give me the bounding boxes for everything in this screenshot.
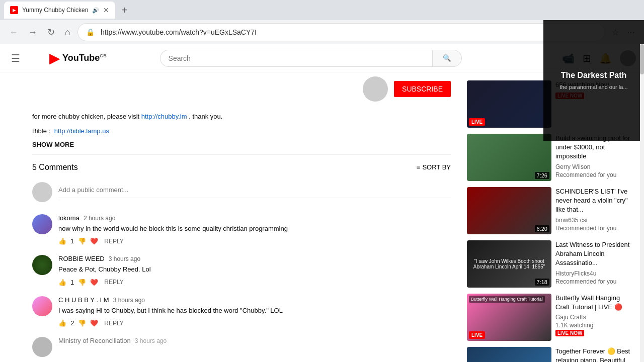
heart-button[interactable]: ❤️: [90, 237, 98, 245]
reply-button[interactable]: REPLY: [104, 279, 123, 286]
rec-meta: Recommended for you: [555, 225, 632, 232]
comment-username: C H U B B Y . I M: [58, 296, 109, 304]
like-count: 2: [70, 319, 74, 327]
comment-content: Ministry of Reconciliation 3 hours ago: [58, 337, 451, 357]
rec-info: Together Forever 🟡 Best relaxing piano, …: [555, 347, 632, 362]
comment-header: C H U B B Y . I M 3 hours ago: [58, 296, 451, 304]
heart-button[interactable]: ❤️: [90, 319, 98, 327]
rec-thumbnail: Best Relaxing Piano Together Forever: [467, 347, 551, 362]
comment-username: ROBBIE WEED: [58, 255, 105, 262]
scrollbar-thumb[interactable]: [640, 44, 644, 74]
comment-time: 2 hours ago: [84, 215, 115, 222]
comment-actions: 👍 2 👎 ❤️ REPLY: [58, 319, 451, 327]
rec-thumbnail: 6:20: [467, 187, 551, 234]
comments-header: 5 Comments ≡ SORT BY: [32, 163, 451, 172]
like-count: 1: [70, 279, 74, 286]
live-badge: LIVE: [469, 331, 485, 339]
rec-thumbnail: "I saw John Wilkes Booth shoot Abraham L…: [467, 240, 551, 288]
comment-header: lokoma 2 hours ago: [58, 214, 451, 222]
rec-thumbnail: Butterfly Wall Hanging Craft Tutorial LI…: [467, 294, 551, 341]
comment-time: 3 hours ago: [109, 255, 140, 262]
rec-channel: bmw635 csi: [555, 217, 632, 224]
tab-favicon: ▶: [10, 6, 18, 14]
rec-item[interactable]: "I saw John Wilkes Booth shoot Abraham L…: [467, 240, 632, 288]
live-badge: LIVE: [469, 118, 485, 126]
dislike-button[interactable]: 👎: [78, 319, 86, 327]
rec-item[interactable]: Butterfly Wall Hanging Craft Tutorial LI…: [467, 294, 632, 341]
tab-audio-icon: 🔊: [92, 7, 99, 14]
darkest-path-title: The Darkest Path: [561, 71, 627, 80]
reply-button[interactable]: REPLY: [104, 238, 123, 245]
sort-button[interactable]: ≡ SORT BY: [417, 163, 451, 171]
refresh-button[interactable]: ↻: [44, 24, 58, 41]
rec-item[interactable]: 6:20 SCHINDLER'S LIST' I've never heard …: [467, 187, 632, 234]
comment-actions: 👍 1 👎 ❤️ REPLY: [58, 279, 451, 286]
comment-actions: 👍 1 👎 ❤️ REPLY: [58, 237, 451, 245]
reply-button[interactable]: REPLY: [104, 320, 123, 327]
rec-title: Butterfly Wall Hanging Craft Tutorial | …: [555, 294, 632, 312]
comment-row: ROBBIE WEED 3 hours ago Peace & Pot, Chu…: [32, 255, 451, 286]
rec-title: Last Witness to President Abraham Lincol…: [555, 240, 632, 268]
tab-title: Yummy Chubby Chicken: [22, 7, 88, 14]
show-more-button[interactable]: SHOW MORE: [32, 141, 74, 148]
comment-avatar-robbie: [32, 255, 52, 275]
back-button[interactable]: ←: [6, 24, 21, 41]
rec-title: Together Forever 🟡 Best relaxing piano, …: [555, 347, 632, 362]
rec-info: SCHINDLER'S LIST' I've never heard a vio…: [555, 187, 632, 234]
forward-button[interactable]: →: [25, 24, 40, 41]
comment-row: lokoma 2 hours ago now why in the world …: [32, 214, 451, 245]
menu-button[interactable]: ☰: [8, 49, 23, 67]
comment-header: Ministry of Reconciliation 3 hours ago: [58, 337, 451, 344]
rec-item[interactable]: 7:26 Build a swimming pool for under $30…: [467, 134, 632, 181]
heart-button[interactable]: ❤️: [90, 279, 98, 286]
comment-content: lokoma 2 hours ago now why in the world …: [58, 214, 451, 245]
rec-item[interactable]: Best Relaxing Piano Together Forever Tog…: [467, 347, 632, 362]
comment-time: 3 hours ago: [135, 337, 167, 344]
like-button[interactable]: 👍: [58, 319, 66, 327]
youtube-logo-text: YouTubeGB: [62, 53, 107, 63]
rec-thumbnail: 7:26: [467, 134, 551, 181]
active-tab[interactable]: ▶ Yummy Chubby Chicken 🔊 ✕: [4, 2, 115, 19]
rec-duration: 7:26: [535, 172, 549, 179]
comment-input[interactable]: [58, 182, 451, 198]
comment-header: ROBBIE WEED 3 hours ago: [58, 255, 451, 262]
dislike-button[interactable]: 👎: [78, 279, 86, 286]
comment-text: Peace & Pot, Chubby Reed. Lol: [58, 264, 451, 275]
bible-link[interactable]: http://bible.lamp.us: [54, 127, 109, 135]
rec-channel: Gerry Wilson: [555, 163, 632, 170]
tab-bar: ▶ Yummy Chubby Chicken 🔊 ✕ +: [0, 0, 644, 20]
search-bar: 🔍: [160, 50, 462, 67]
current-user-avatar: [32, 182, 52, 202]
rec-meta: Recommended for you: [555, 278, 632, 285]
craft-label: Butterfly Wall Hanging Craft Tutorial: [469, 296, 545, 303]
youtube-logo[interactable]: ▶ YouTubeGB: [49, 50, 107, 66]
address-bar[interactable]: 🔒 https://www.youtube.com/watch?v=uEGxLS…: [77, 23, 605, 41]
subscribe-button[interactable]: SUBSCRIBE: [394, 81, 451, 97]
comment-row: Ministry of Reconciliation 3 hours ago: [32, 337, 451, 357]
like-button[interactable]: 👍: [58, 237, 66, 245]
comment-avatar-chubby: [32, 296, 52, 316]
darkest-path-subtitle: the paranormal and our la...: [559, 84, 627, 90]
home-button[interactable]: ⌂: [62, 24, 73, 41]
rec-duration: 6:20: [535, 225, 549, 232]
comment-avatar-ministry: [32, 337, 52, 357]
security-icon: 🔒: [86, 28, 95, 36]
like-button[interactable]: 👍: [58, 279, 66, 286]
comment-text: now why in the world would he block this…: [58, 224, 451, 234]
youtube-gb-label: GB: [100, 53, 107, 58]
search-input[interactable]: [160, 50, 432, 67]
darkest-path-overlay: The Darkest Path the paranormal and our …: [543, 20, 644, 141]
rec-duration: 7:18: [535, 279, 549, 286]
comments-section: 5 Comments ≡ SORT BY lokoma 2 hours ago: [32, 163, 451, 357]
search-button[interactable]: 🔍: [432, 50, 462, 67]
comment-avatar-lokoma: [32, 214, 52, 234]
comment-username: Ministry of Reconciliation: [58, 337, 131, 344]
page-scrollbar[interactable]: [640, 44, 644, 362]
comment-username: lokoma: [58, 214, 79, 222]
tab-close-button[interactable]: ✕: [103, 6, 109, 14]
rec-info: Build a swimming pool for under $3000, n…: [555, 134, 632, 181]
new-tab-button[interactable]: +: [117, 3, 131, 18]
rec-meta: 1.1K watching: [555, 322, 632, 329]
dislike-button[interactable]: 👎: [78, 237, 86, 245]
chubby-link[interactable]: http://chubby.im: [141, 113, 187, 120]
